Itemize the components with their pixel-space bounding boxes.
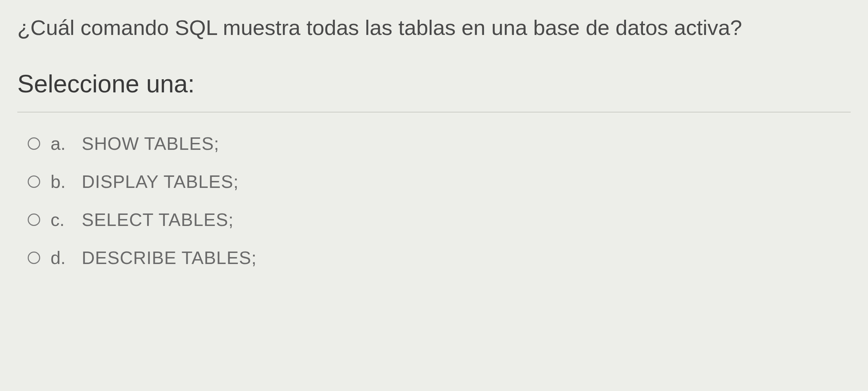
option-letter: a.	[51, 133, 71, 154]
option-a[interactable]: a. SHOW TABLES;	[28, 133, 851, 154]
option-letter: d.	[51, 247, 71, 268]
question-text: ¿Cuál comando SQL muestra todas las tabl…	[17, 14, 851, 42]
divider	[17, 112, 851, 112]
select-prompt: Seleccione una:	[17, 70, 851, 98]
option-text: SHOW TABLES;	[82, 133, 219, 154]
radio-a[interactable]	[28, 137, 40, 150]
option-b[interactable]: b. DISPLAY TABLES;	[28, 171, 851, 192]
radio-b[interactable]	[28, 175, 40, 188]
radio-c[interactable]	[28, 213, 40, 226]
option-letter: c.	[51, 209, 71, 230]
radio-d[interactable]	[28, 252, 40, 264]
option-d[interactable]: d. DESCRIBE TABLES;	[28, 247, 851, 268]
option-c[interactable]: c. SELECT TABLES;	[28, 209, 851, 230]
option-text: SELECT TABLES;	[82, 209, 234, 230]
option-text: DISPLAY TABLES;	[82, 171, 239, 192]
option-letter: b.	[51, 171, 71, 192]
options-list: a. SHOW TABLES; b. DISPLAY TABLES; c. SE…	[17, 133, 851, 268]
option-text: DESCRIBE TABLES;	[82, 247, 257, 268]
